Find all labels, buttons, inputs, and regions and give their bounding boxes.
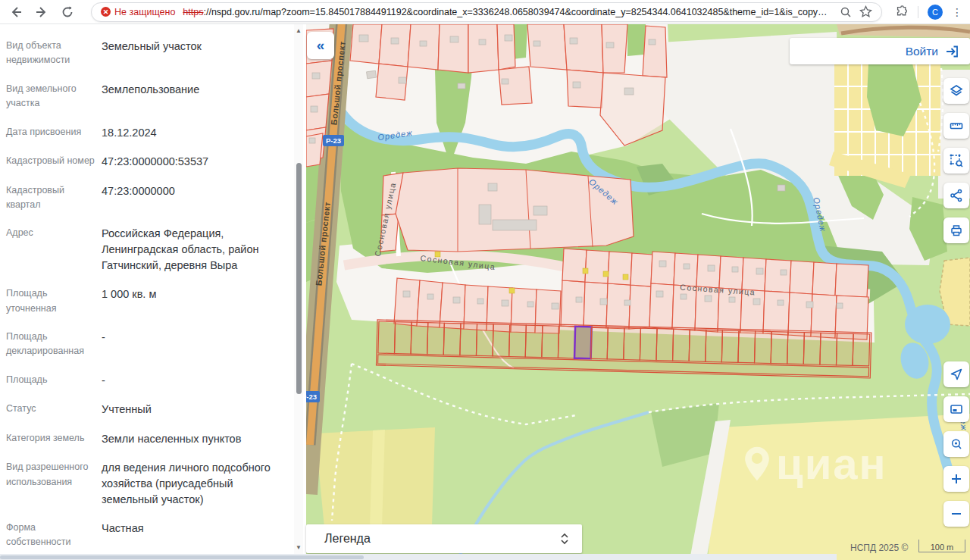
horizontal-scrollbar[interactable] — [0, 554, 837, 560]
strip-parcel[interactable] — [411, 322, 428, 355]
extensions-icon[interactable] — [896, 5, 909, 18]
strip-parcel[interactable] — [771, 332, 788, 364]
bookmark-star-icon[interactable] — [859, 5, 872, 18]
svg-text:Р-23: Р-23 — [326, 136, 341, 145]
login-label: Войти — [906, 45, 938, 58]
strip-parcel[interactable] — [509, 325, 527, 358]
forward-icon[interactable] — [33, 4, 50, 20]
not-secure-badge[interactable]: ✕ Не защищено — [101, 7, 175, 17]
map-attribution: НСПД 2025 © — [850, 543, 908, 553]
attr-value: Учтенный — [97, 402, 283, 418]
layers-button[interactable] — [943, 78, 969, 104]
attribute-row: СтатусУчтенный — [6, 395, 283, 424]
strip-parcel[interactable] — [624, 327, 641, 360]
login-bar[interactable]: Войти — [790, 38, 970, 64]
horizontal-scrollbar-thumb[interactable] — [0, 555, 364, 559]
strip-parcel[interactable] — [836, 333, 853, 366]
panel-scrollbar[interactable]: ▲ ▼ — [294, 24, 303, 554]
attr-label: Форма собственности — [6, 521, 97, 550]
strip-parcel[interactable] — [640, 328, 657, 361]
strip-parcel[interactable] — [476, 324, 493, 356]
strip-parcel[interactable] — [460, 324, 477, 356]
strip-parcel[interactable] — [591, 327, 609, 359]
address-bar[interactable]: ✕ Не защищено https://nspd.gov.ru/map?zo… — [91, 2, 882, 22]
expand-collapse-icon[interactable] — [559, 533, 570, 545]
scroll-up-arrow[interactable]: ▲ — [294, 27, 303, 34]
strip-parcel[interactable] — [378, 321, 396, 354]
attribute-row: Площадь- — [6, 366, 283, 396]
back-icon[interactable] — [8, 4, 24, 20]
menu-kebab-icon[interactable]: ⋮ — [952, 6, 962, 18]
zoom-out-button[interactable] — [943, 501, 969, 527]
layers-icon — [949, 83, 964, 99]
strip-parcel[interactable] — [558, 326, 575, 358]
measure-button[interactable] — [943, 113, 969, 139]
share-button[interactable] — [943, 183, 969, 208]
strip-parcel[interactable] — [394, 322, 411, 355]
place-search-icon — [949, 436, 964, 452]
strip-parcel[interactable] — [721, 330, 739, 363]
attr-label: Адрес — [6, 226, 97, 273]
print-button[interactable] — [943, 217, 969, 243]
legend-bar[interactable]: Легенда — [306, 524, 582, 553]
object-info-panel: Вид объекта недвижимостиЗемельный участо… — [0, 24, 306, 554]
attr-value: 18.12.2024 — [97, 125, 283, 141]
attr-value: Земельный участок — [97, 39, 283, 68]
strip-parcel[interactable] — [673, 329, 690, 361]
profile-avatar[interactable]: C — [928, 5, 943, 20]
url-text: https://nspd.gov.ru/map?zoom=15.84501788… — [183, 7, 832, 17]
search-place-button[interactable] — [943, 431, 969, 457]
attr-label: Площадь декларированная — [6, 330, 97, 359]
strip-parcel[interactable] — [427, 323, 445, 355]
trail — [352, 364, 576, 424]
screen: ✕ Не защищено https://nspd.gov.ru/map?zo… — [0, 0, 970, 560]
strip-parcel[interactable] — [820, 333, 837, 365]
road-shield-r23: Р-23 — [323, 135, 344, 146]
zoom-in-button[interactable] — [943, 466, 969, 492]
zoom-page-icon[interactable] — [840, 6, 852, 18]
minus-icon — [949, 506, 964, 521]
attribute-row: Вид земельного участкаЗемлепользование — [6, 75, 283, 118]
collapse-panel-button[interactable]: « — [307, 32, 334, 59]
strip-parcel[interactable] — [443, 323, 461, 355]
strip-parcel[interactable] — [787, 332, 805, 364]
attr-value: 47:23:0000000 — [97, 183, 283, 213]
attr-value: 1 000 кв. м — [97, 286, 283, 316]
attr-value: Земли населенных пунктов — [97, 431, 283, 447]
attribute-row: Вид разрешенного использованиядля ведени… — [6, 453, 283, 514]
strip-parcel[interactable] — [755, 331, 772, 364]
strip-parcel[interactable] — [689, 330, 706, 362]
attribute-row: Площадь декларированная- — [6, 323, 283, 366]
strip-parcel[interactable] — [607, 327, 624, 360]
road-shield-r23: Р-23 — [306, 391, 320, 402]
map-canvas[interactable]: Р-23 Р-23 Большой проспект Большой просп… — [306, 24, 970, 560]
attr-label: Статус — [6, 402, 97, 418]
strip-parcel[interactable] — [706, 330, 723, 362]
strip-parcel[interactable] — [525, 325, 543, 358]
selected-parcel[interactable] — [574, 327, 592, 359]
select-area-button[interactable] — [943, 148, 969, 174]
strip-parcel[interactable] — [542, 326, 559, 358]
attribute-row: Кадастровый номер47:23:0000000:53537 — [6, 147, 283, 177]
strip-parcel[interactable] — [853, 333, 870, 366]
scroll-down-arrow[interactable]: ▼ — [294, 544, 303, 551]
strip-parcel[interactable] — [493, 324, 510, 357]
plus-icon — [949, 471, 964, 486]
toolbar-separator — [918, 6, 918, 18]
attr-value: 47:23:0000000:53537 — [97, 154, 283, 170]
attribute-row: Вид объекта недвижимостиЗемельный участо… — [6, 32, 283, 75]
strip-parcel[interactable] — [803, 333, 821, 365]
field — [708, 414, 970, 560]
geolocate-button[interactable] — [943, 361, 969, 387]
scale-bar: 100 m — [918, 540, 965, 552]
reload-icon[interactable] — [59, 4, 76, 20]
share-icon — [949, 188, 964, 203]
svg-text:Р-23: Р-23 — [306, 393, 317, 401]
strip-parcel[interactable] — [656, 329, 674, 361]
url-rest: ://nspd.gov.ru/map?zoom=15.8450178844911… — [203, 7, 832, 17]
attr-label: Площадь уточненная — [6, 286, 97, 316]
scrollbar-thumb[interactable] — [296, 163, 302, 394]
strip-parcel[interactable] — [738, 330, 756, 363]
minimap-button[interactable] — [943, 396, 969, 422]
attr-label: Дата присвоения — [6, 125, 97, 141]
